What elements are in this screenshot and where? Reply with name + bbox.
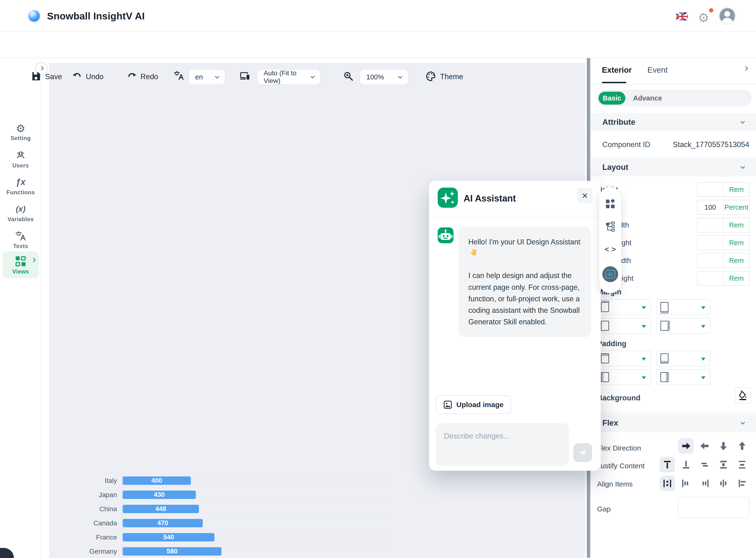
align-center-button[interactable] [716, 476, 731, 491]
align-baseline-button[interactable] [734, 476, 750, 491]
align-items-label: Align Items [597, 480, 632, 488]
theme-button[interactable]: Theme [440, 72, 463, 81]
layout-unit-select[interactable]: Rem [723, 235, 750, 250]
theme-palette-icon[interactable] [426, 71, 436, 81]
ai-assistant-launcher-icon[interactable]: AI [602, 266, 618, 282]
flex-direction-column-button[interactable] [716, 438, 731, 454]
justify-space-around-button[interactable] [734, 457, 750, 472]
margin-bottom-select[interactable] [656, 299, 710, 315]
margin-top-select[interactable] [597, 299, 651, 315]
align-stretch-icon [662, 478, 673, 489]
undo-icon[interactable] [72, 71, 82, 81]
padding-bottom-select[interactable] [656, 351, 710, 366]
redo-icon[interactable] [127, 71, 137, 81]
section-layout[interactable]: Layout [591, 158, 756, 176]
language-flag-icon[interactable] [676, 12, 688, 20]
save-button[interactable]: Save [45, 72, 62, 81]
widgets-icon[interactable] [604, 198, 616, 210]
layout-value-input[interactable] [697, 253, 723, 268]
align-flex-end-button[interactable] [697, 476, 712, 491]
save-icon[interactable] [31, 71, 41, 81]
undo-button[interactable]: Undo [86, 72, 104, 81]
sidebar-item-views-active[interactable]: Views [2, 251, 39, 278]
section-attribute[interactable]: Attribute [591, 113, 756, 131]
justify-flex-start-button[interactable] [659, 457, 675, 472]
conversion-bar[interactable]: 448 [123, 505, 199, 513]
code-icon[interactable]: < > [604, 244, 616, 255]
background-label: Background [597, 394, 641, 402]
conversion-bar[interactable]: 430 [123, 490, 196, 499]
conversion-bars: Italy 400 Japan 430 China 448 Canada 470… [122, 473, 385, 558]
layout-value-input[interactable] [697, 182, 723, 197]
margin-right-select[interactable] [656, 318, 710, 334]
component-id-label: Component ID [602, 140, 650, 149]
device-mode-select[interactable]: Auto (Fit to View) [257, 69, 321, 85]
tab-basic[interactable]: Basic [598, 92, 625, 105]
gap-input[interactable] [678, 497, 750, 518]
flex-direction-row-button[interactable] [678, 438, 694, 454]
layout-unit-select[interactable]: Rem [723, 271, 750, 286]
padding-bottom-icon [660, 353, 669, 363]
component-id-value: Stack_1770557513054 [673, 140, 749, 149]
layout-value-input[interactable] [697, 218, 723, 232]
chevron-down-icon [310, 74, 315, 78]
padding-controls [597, 351, 710, 385]
justify-space-between-button[interactable] [716, 457, 731, 472]
layout-unit-select[interactable]: Rem [723, 182, 750, 197]
section-flex[interactable]: Flex [591, 414, 756, 432]
describe-changes-input[interactable] [436, 423, 569, 466]
language-select[interactable]: en [188, 69, 225, 85]
align-stretch-button[interactable] [659, 476, 675, 491]
properties-panel: Exterior Event Basic Advance Attribute C… [590, 55, 756, 558]
align-flex-start-button[interactable] [678, 476, 694, 491]
sidebar-item-setting[interactable]: ⚙ Setting [0, 122, 41, 142]
close-icon[interactable]: × [577, 188, 593, 203]
layer-tree-icon[interactable] [604, 221, 616, 232]
layout-value-input[interactable] [697, 235, 723, 250]
sidebar-item-users[interactable]: Users [0, 150, 41, 169]
sidebar-item-texts[interactable]: Texts [0, 230, 41, 250]
padding-left-select[interactable] [597, 369, 651, 385]
conversion-bar[interactable]: 540 [123, 533, 215, 541]
padding-right-icon [660, 372, 669, 382]
user-avatar[interactable] [718, 7, 736, 25]
flex-direction-row-reverse-button[interactable] [697, 438, 712, 454]
conversion-bar[interactable]: 470 [123, 519, 203, 527]
conversion-value: 470 [157, 519, 168, 527]
sidebar-item-label: Texts [13, 243, 28, 249]
justify-flex-start-icon [662, 459, 673, 470]
tab-advance[interactable]: Advance [633, 91, 662, 106]
gear-icon: ⚙ [0, 122, 41, 133]
conversion-bar[interactable]: 580 [123, 547, 221, 556]
layout-value-input[interactable] [697, 200, 723, 215]
layout-unit-select[interactable]: Percent [723, 200, 750, 215]
send-button[interactable] [573, 443, 592, 462]
layout-unit-select[interactable]: Rem [723, 218, 750, 232]
padding-top-select[interactable] [597, 351, 651, 366]
conversion-country-label: Canada [93, 516, 117, 530]
sidebar-item-functions[interactable]: ƒx Functions [0, 177, 41, 196]
zoom-level-select[interactable]: 100% [359, 69, 408, 85]
conversion-bar[interactable]: 400 [123, 477, 191, 485]
margin-left-select[interactable] [597, 318, 651, 334]
conversion-row: Italy 400 [122, 473, 385, 487]
layout-value-input[interactable] [697, 271, 723, 286]
flex-direction-column-reverse-button[interactable] [734, 438, 750, 454]
tab-event[interactable]: Event [647, 66, 668, 75]
justify-flex-end-button[interactable] [678, 457, 694, 472]
gap-label: Gap [597, 505, 611, 513]
settings-gear-icon[interactable]: ⚙ [698, 10, 709, 25]
background-fill-button[interactable] [735, 387, 751, 403]
translate-icon [15, 230, 26, 241]
justify-center-button[interactable] [697, 457, 712, 472]
layout-unit-select[interactable]: Rem [723, 253, 750, 268]
chevron-right-icon[interactable] [744, 66, 748, 71]
top-header: Snowball InsightV AI ⚙ [0, 0, 756, 32]
conversion-value: 580 [167, 548, 178, 555]
padding-right-select[interactable] [656, 369, 710, 385]
zoom-in-icon[interactable] [343, 71, 354, 81]
sidebar-item-variables[interactable]: (x) Variables [0, 203, 41, 223]
upload-image-button[interactable]: Upload image [436, 395, 511, 414]
tab-exterior[interactable]: Exterior [602, 66, 632, 75]
redo-button[interactable]: Redo [140, 72, 158, 81]
